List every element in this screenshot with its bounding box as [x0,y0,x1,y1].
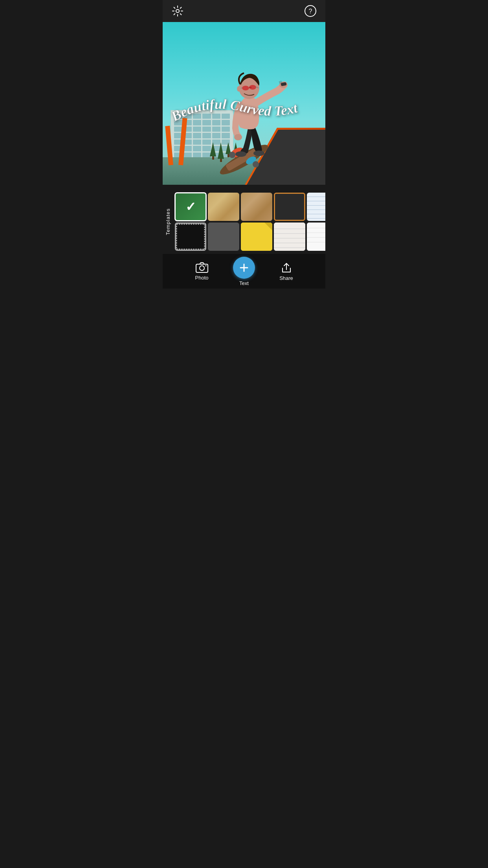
svg-point-16 [242,86,249,90]
templates-wrapper: Templates ✓ [163,191,325,252]
nav-add-text[interactable]: Text [233,257,255,286]
svg-line-18 [249,87,251,88]
template-item-1[interactable]: ✓ [175,193,206,221]
svg-point-62 [205,265,206,266]
share-label: Share [279,275,293,281]
text-label: Text [239,280,249,286]
template-item-10[interactable] [208,223,239,251]
checkmark-icon: ✓ [185,199,196,214]
settings-button[interactable] [171,4,185,18]
template-item-9[interactable] [175,223,206,251]
svg-point-61 [200,266,204,270]
share-icon [280,262,293,274]
template-item-5[interactable] [307,193,325,221]
svg-point-10 [253,151,264,156]
canvas-area[interactable]: |||| Beautiful Curved Text [163,22,325,185]
svg-text:?: ? [309,8,312,15]
svg-point-0 [176,9,179,13]
svg-rect-36 [175,223,206,251]
template-item-13[interactable] [307,223,325,251]
nav-photo[interactable]: Photo [171,262,233,281]
help-button[interactable]: ? [303,4,317,18]
svg-rect-40 [274,223,305,251]
plus-icon [238,262,250,273]
templates-label: Templates [163,191,173,252]
skater-figure: |||| [193,53,295,185]
svg-rect-38 [241,223,272,251]
template-item-11[interactable] [241,223,272,251]
svg-point-7 [229,152,235,158]
svg-point-21 [237,86,241,92]
template-item-4[interactable] [274,193,305,221]
orange-structure [165,118,196,165]
template-item-12[interactable] [274,223,305,251]
svg-point-8 [253,161,259,167]
photo-label: Photo [195,275,209,281]
photo-icon [196,262,208,273]
bottom-nav: Photo Text Share [163,254,325,289]
svg-point-11 [234,134,242,140]
add-text-button[interactable] [233,257,255,279]
template-item-2[interactable] [208,193,239,221]
svg-rect-46 [307,223,325,251]
top-bar: ? [163,0,325,22]
templates-grid: ✓ [173,191,325,252]
orange-bar-v2 [178,118,187,166]
orange-bar-v1 [165,126,173,166]
bottom-section: Templates ✓ [163,185,325,289]
nav-share[interactable]: Share [255,262,317,281]
svg-point-9 [235,151,246,157]
template-item-3[interactable] [241,193,272,221]
